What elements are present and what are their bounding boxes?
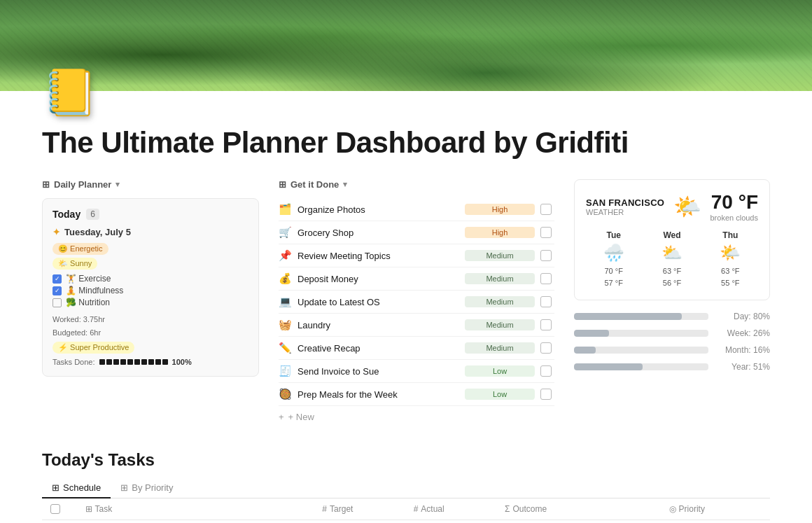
task-name-4: 💻 Update to Latest OS: [279, 295, 459, 308]
meta-info: Worked: 3.75hr Budgeted: 6hr: [52, 313, 248, 339]
forecast-icon-wed: ⛅: [644, 243, 699, 263]
pb-6: [134, 359, 140, 365]
pb-7: [141, 359, 147, 365]
page-title: The Ultimate Planner Dashboard by Gridfi…: [42, 126, 770, 160]
outcome-col-label: Outcome: [512, 504, 547, 514]
forecast-icon-thu: 🌤️: [703, 243, 758, 263]
tab-by-priority[interactable]: ⊞ By Priority: [111, 478, 183, 498]
priority-badge-1: High: [465, 227, 535, 238]
row-check-0: ✓: [42, 520, 77, 524]
task-icon-6: ✏️: [279, 342, 292, 354]
forecast-day-tue: Tue: [586, 230, 641, 240]
wed-high: 63 °F: [663, 267, 681, 275]
task-checkbox-2[interactable]: [540, 250, 552, 261]
weather-location-block: SAN FRANCISCO WEATHER: [586, 197, 664, 216]
header-checkbox[interactable]: [50, 504, 60, 514]
task-name-3: 💰 Deposit Money: [279, 272, 459, 285]
daily-planner-icon: ⊞: [42, 179, 50, 190]
chevron-down-icon-mid: ▾: [343, 180, 347, 189]
weather-temp: 70 °F: [710, 191, 759, 214]
tue-low: 57 °F: [604, 279, 622, 287]
task-col-label: Task: [95, 504, 113, 514]
task-checkbox-6[interactable]: [540, 342, 552, 354]
weather-desc: broken clouds: [710, 214, 759, 222]
task-label-2: Review Meeting Topics: [298, 251, 391, 261]
get-it-done-icon: ⊞: [279, 179, 286, 190]
forecast-tue: Tue 🌧️ 70 °F 57 °F: [586, 230, 641, 288]
get-it-done-header[interactable]: ⊞ Get it Done ▾: [279, 179, 554, 190]
task-checkbox-5[interactable]: [540, 319, 552, 330]
checkbox-nutrition[interactable]: [52, 298, 62, 307]
pb-1: [99, 359, 105, 365]
progress-bar-fill-3: [574, 363, 643, 370]
table-row: ✓ 📊 Start Quarterly Report 0.5 0.5 ⚡ Pro…: [42, 520, 770, 524]
progress-section: Day: 80% Week: 26% Month: 16% Year: 51%: [574, 312, 770, 372]
task-icon-0: 🗂️: [279, 203, 292, 216]
middle-column: ⊞ Get it Done ▾ 🗂️ Organize Photos High …: [279, 179, 554, 428]
task-icon-3: 💰: [279, 272, 292, 285]
actual-col-icon: #: [414, 504, 419, 514]
mindfulness-label: 🧘 Mindfulness: [66, 286, 123, 295]
task-icon-5: 🧺: [279, 319, 292, 331]
progress-bar-wrap-1: [574, 330, 708, 337]
th-target: # Target: [314, 498, 405, 520]
th-actual: # Actual: [405, 498, 496, 520]
progress-item-1: Week: 26%: [574, 328, 770, 338]
table-body: ✓ 📊 Start Quarterly Report 0.5 0.5 ⚡ Pro…: [42, 520, 770, 524]
checkbox-mindfulness[interactable]: [52, 286, 62, 295]
wed-low: 56 °F: [663, 279, 681, 287]
task-checkbox-8[interactable]: [540, 389, 552, 400]
task-checkbox-4[interactable]: [540, 296, 552, 307]
todays-tasks-section: Today's Tasks ⊞ Schedule ⊞ By Priority: [42, 450, 770, 523]
forecast-day-thu: Thu: [703, 230, 758, 240]
thu-low: 55 °F: [721, 279, 739, 287]
tasks-table: ⊞ Task # Target # Actual: [42, 498, 770, 523]
weather-location: SAN FRANCISCO: [586, 197, 664, 208]
weather-main: SAN FRANCISCO WEATHER 🌤️ 70 °F broken cl…: [586, 191, 758, 222]
tag-energetic: 😊 Energetic: [52, 243, 108, 255]
pb-3: [113, 359, 119, 365]
checkbox-exercise[interactable]: [52, 274, 62, 284]
columns-layout: ⊞ Daily Planner ▾ Today 6 ✦ Tuesday, Jul…: [42, 179, 770, 428]
priority-badge-8: Low: [465, 389, 535, 400]
add-new-button[interactable]: + + New: [279, 406, 554, 428]
pb-4: [120, 359, 126, 365]
progress-bar-wrap-0: [574, 313, 708, 320]
task-name-1: 🛒 Grocery Shop: [279, 226, 459, 239]
task-row: 🧾 Send Invoice to Sue Low: [279, 360, 554, 383]
task-name-5: 🧺 Laundry: [279, 319, 459, 331]
forecast-temps-wed: 63 °F 56 °F: [644, 265, 699, 288]
table-head: ⊞ Task # Target # Actual: [42, 498, 770, 520]
forecast-thu: Thu 🌤️ 63 °F 55 °F: [703, 230, 758, 288]
check-mindfulness: 🧘 Mindfulness: [52, 286, 248, 295]
priority-badge-6: Medium: [465, 342, 535, 354]
task-icon-8: 🥘: [279, 388, 292, 400]
task-checkbox-0[interactable]: [540, 204, 552, 215]
weather-temp-block: 70 °F broken clouds: [710, 191, 759, 222]
target-col-label: Target: [330, 504, 353, 514]
progress-label-3: Year: 51%: [714, 362, 770, 372]
hero-banner: [0, 0, 812, 91]
task-name-0: 🗂️ Organize Photos: [279, 203, 459, 216]
task-col-icon: ⊞: [85, 504, 92, 514]
task-checkbox-1[interactable]: [540, 227, 552, 238]
progress-bar-wrap-3: [574, 363, 708, 370]
tasks-done-label: Tasks Done:: [52, 358, 95, 366]
tab-schedule[interactable]: ⊞ Schedule: [42, 478, 111, 498]
progress-blocks: [99, 359, 168, 365]
priority-badge-3: Medium: [465, 273, 535, 284]
task-checkbox-7[interactable]: [540, 365, 552, 377]
schedule-icon: ⊞: [52, 482, 59, 493]
progress-bar-fill-0: [574, 313, 682, 320]
th-priority: ◎ Priority: [661, 498, 770, 520]
task-label-3: Deposit Money: [298, 274, 358, 284]
priority-badge-0: High: [465, 204, 535, 215]
task-row: 🧺 Laundry Medium: [279, 314, 554, 337]
today-label: Today: [52, 209, 80, 220]
priority-icon: ⊞: [120, 482, 128, 493]
badge-text: ⚡ Super Productive: [58, 343, 129, 352]
task-checkbox-3[interactable]: [540, 273, 552, 284]
progress-item-0: Day: 80%: [574, 312, 770, 321]
progress-label-2: Month: 16%: [714, 345, 770, 355]
daily-planner-header[interactable]: ⊞ Daily Planner ▾: [42, 179, 259, 190]
